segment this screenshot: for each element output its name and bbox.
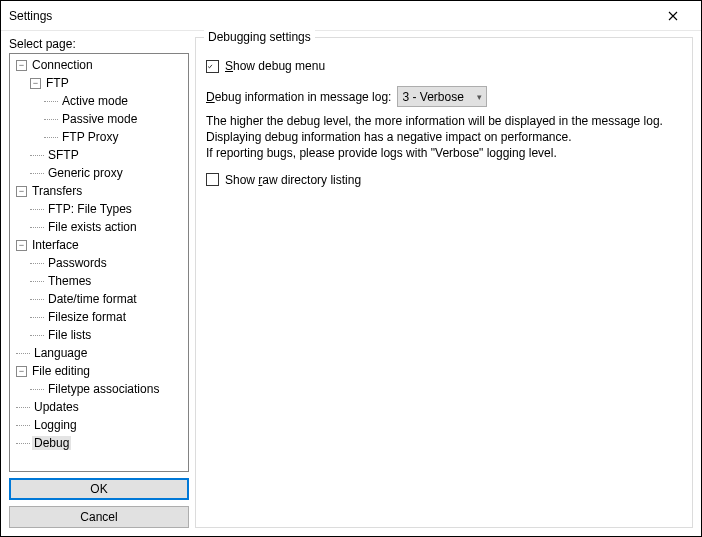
tree-item-debug[interactable]: Debug <box>16 434 186 452</box>
show-raw-label: Show raw directory listing <box>225 173 361 187</box>
debug-level-row: Debug information in message log: 3 - Ve… <box>206 86 682 107</box>
ok-button[interactable]: OK <box>9 478 189 500</box>
sidebar: Select page: − Connection − FTP <box>9 37 189 528</box>
tree-item-filetype-assoc[interactable]: Filetype associations <box>30 380 186 398</box>
tree-item-updates[interactable]: Updates <box>16 398 186 416</box>
collapse-icon[interactable]: − <box>16 186 27 197</box>
collapse-icon[interactable]: − <box>16 240 27 251</box>
close-icon[interactable] <box>653 2 693 30</box>
tree-item-themes[interactable]: Themes <box>30 272 186 290</box>
tree-item-ftp-file-types[interactable]: FTP: File Types <box>30 200 186 218</box>
tree-item-datetime[interactable]: Date/time format <box>30 290 186 308</box>
settings-panel: Debugging settings Show debug menu Debug… <box>195 37 693 528</box>
titlebar: Settings <box>1 1 701 31</box>
tree-item-file-editing[interactable]: − File editing <box>16 362 186 380</box>
show-debug-menu-row: Show debug menu <box>206 56 682 76</box>
tree-item-ftp-proxy[interactable]: FTP Proxy <box>44 128 186 146</box>
dialog-body: Select page: − Connection − FTP <box>1 31 701 536</box>
tree-item-sftp[interactable]: SFTP <box>30 146 186 164</box>
show-debug-menu-checkbox[interactable] <box>206 60 219 73</box>
help-text: The higher the debug level, the more inf… <box>206 113 682 162</box>
tree-item-language[interactable]: Language <box>16 344 186 362</box>
show-debug-menu-label: Show debug menu <box>225 59 325 73</box>
groupbox-title: Debugging settings <box>204 30 315 44</box>
tree-item-interface[interactable]: − Interface <box>16 236 186 254</box>
settings-window: Settings Select page: − Connection <box>0 0 702 537</box>
debug-level-select[interactable]: 3 - Verbose ▾ <box>397 86 487 107</box>
tree-item-connection[interactable]: − Connection <box>16 56 186 74</box>
tree-item-passive-mode[interactable]: Passive mode <box>44 110 186 128</box>
debug-level-label: Debug information in message log: <box>206 90 391 104</box>
sidebar-heading: Select page: <box>9 37 189 51</box>
collapse-icon[interactable]: − <box>30 78 41 89</box>
chevron-down-icon: ▾ <box>477 92 482 102</box>
debugging-groupbox: Debugging settings Show debug menu Debug… <box>195 37 693 528</box>
collapse-icon[interactable]: − <box>16 60 27 71</box>
tree-item-logging[interactable]: Logging <box>16 416 186 434</box>
cancel-button[interactable]: Cancel <box>9 506 189 528</box>
tree-item-ftp[interactable]: − FTP <box>30 74 186 92</box>
tree-item-active-mode[interactable]: Active mode <box>44 92 186 110</box>
show-raw-row: Show raw directory listing <box>206 170 682 190</box>
collapse-icon[interactable]: − <box>16 366 27 377</box>
tree-item-filelists[interactable]: File lists <box>30 326 186 344</box>
tree-item-file-exists[interactable]: File exists action <box>30 218 186 236</box>
tree-item-passwords[interactable]: Passwords <box>30 254 186 272</box>
debug-level-value: 3 - Verbose <box>402 90 463 104</box>
tree-item-filesize[interactable]: Filesize format <box>30 308 186 326</box>
tree-item-generic-proxy[interactable]: Generic proxy <box>30 164 186 182</box>
tree-item-transfers[interactable]: − Transfers <box>16 182 186 200</box>
page-tree[interactable]: − Connection − FTP Active mode <box>9 53 189 472</box>
show-raw-checkbox[interactable] <box>206 173 219 186</box>
window-title: Settings <box>9 9 653 23</box>
